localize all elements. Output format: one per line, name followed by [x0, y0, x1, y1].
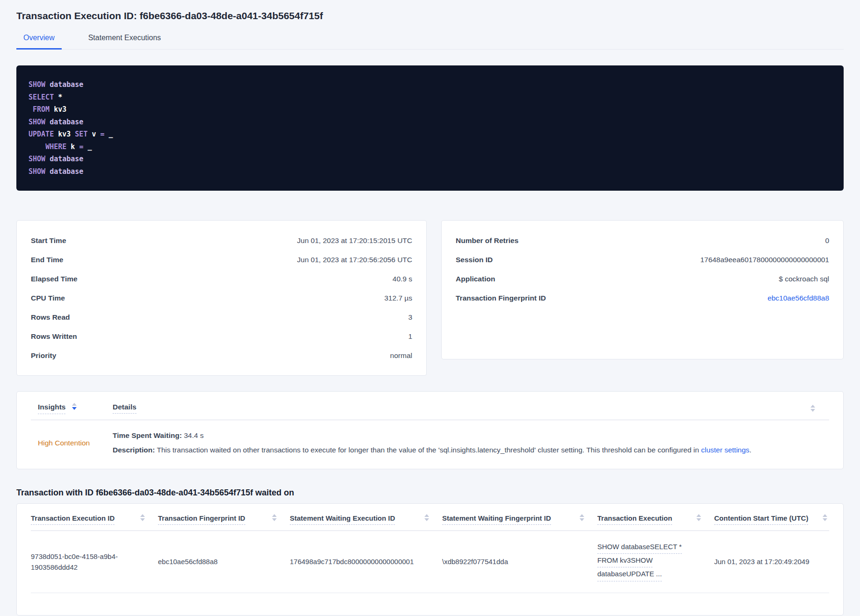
summary-row: Application$ cockroach sql — [456, 269, 829, 288]
summary-value: 1 — [408, 327, 412, 346]
insight-badge: High Contention — [31, 439, 106, 447]
sql-line: SHOW database — [29, 165, 831, 178]
cell-transaction-fingerprint-id: ebc10ae56cfd88a8 — [158, 556, 290, 567]
summary-value: 17648a9eea6017800000000000000001 — [700, 250, 829, 269]
summary-value: 3 — [408, 308, 412, 327]
summary-row: Elapsed Time40.9 s — [31, 269, 412, 288]
sort-icon[interactable] — [272, 514, 277, 521]
summary-value: 0 — [825, 231, 829, 250]
tab-bar: Overview Statement Executions — [16, 29, 844, 50]
description-text: This transaction waited on other transac… — [157, 446, 701, 454]
insight-details: Time Spent Waiting: 34.4 s Description: … — [106, 430, 829, 456]
summary-value: 40.9 s — [393, 269, 412, 288]
summary-label: Rows Written — [31, 327, 77, 346]
summary-label: Session ID — [456, 250, 493, 269]
sort-icon[interactable] — [72, 403, 77, 410]
summary-row: End TimeJun 01, 2023 at 17:20:56:2056 UT… — [31, 250, 412, 269]
sql-line: FROM kv3 — [29, 103, 831, 116]
waited-on-heading: Transaction with ID f6be6366-da03-48de-a… — [16, 488, 844, 498]
transaction-meta-card: Number of Retries0Session ID17648a9eea60… — [441, 220, 844, 359]
waiting-time-value: 34.4 s — [184, 431, 203, 439]
summary-row: Session ID17648a9eea60178000000000000000… — [456, 250, 829, 269]
waited-on-table: Transaction Execution IDTransaction Fing… — [16, 503, 844, 616]
insights-table-header: Insights Details — [31, 392, 829, 420]
summary-row: Number of Retries0 — [456, 231, 829, 250]
summary-value: Jun 01, 2023 at 17:20:56:2056 UTC — [297, 250, 412, 269]
transaction-execution-statement-link[interactable]: SHOW databaseSELECT * — [597, 541, 682, 554]
description-label: Description: — [113, 446, 155, 454]
sql-line: SHOW database — [29, 79, 831, 91]
sort-icon[interactable] — [823, 514, 827, 521]
summary-row: Transaction Fingerprint IDebc10ae56cfd88… — [456, 288, 829, 308]
summary-row: Rows Read3 — [31, 308, 412, 327]
summary-value: normal — [390, 346, 412, 365]
summary-value: Jun 01, 2023 at 17:20:15:2015 UTC — [297, 231, 412, 250]
transaction-fingerprint-link[interactable]: ebc10ae56cfd88a8 — [767, 288, 829, 308]
details-column-header[interactable]: Details — [106, 403, 829, 411]
tab-statement-executions[interactable]: Statement Executions — [81, 29, 168, 49]
transaction-details-page: Transaction Execution ID: f6be6366-da03-… — [0, 0, 860, 616]
column-header[interactable]: Transaction Execution — [597, 514, 714, 525]
summary-row: Prioritynormal — [31, 346, 412, 365]
summary-row: CPU Time312.7 µs — [31, 288, 412, 308]
sql-line: SELECT * — [29, 91, 831, 104]
cell-statement-waiting-fingerprint-id: \xdb8922f077541dda — [442, 556, 597, 567]
insight-row: High Contention Time Spent Waiting: 34.4… — [31, 420, 829, 469]
insights-column-header[interactable]: Insights — [31, 403, 106, 414]
summary-label: End Time — [31, 250, 63, 269]
page-title: Transaction Execution ID: f6be6366-da03-… — [16, 10, 844, 21]
transaction-execution-statement-link[interactable]: databaseUPDATE ... — [597, 568, 662, 581]
sql-line: WHERE k = _ — [29, 141, 831, 153]
transaction-execution-statement-link[interactable]: FROM kv3SHOW — [597, 555, 652, 567]
summary-value: $ cockroach sql — [779, 269, 829, 288]
sql-line: SHOW database — [29, 153, 831, 165]
column-header[interactable]: Statement Waiting Fingerprint ID — [442, 514, 597, 525]
column-header[interactable]: Statement Waiting Execution ID — [290, 514, 442, 525]
tab-overview[interactable]: Overview — [16, 29, 62, 50]
summary-label: Start Time — [31, 231, 66, 250]
sort-icon[interactable] — [580, 514, 584, 521]
summary-value: 312.7 µs — [384, 288, 412, 308]
sort-icon[interactable] — [810, 405, 815, 412]
sort-icon[interactable] — [140, 514, 145, 521]
sql-code-block: SHOW databaseSELECT * FROM kv3SHOW datab… — [16, 65, 844, 191]
column-header[interactable]: Transaction Execution ID — [31, 514, 158, 525]
sort-icon[interactable] — [696, 514, 701, 521]
cell-transaction-execution-link[interactable]: SHOW databaseSELECT *FROM kv3SHOWdatabas… — [597, 541, 714, 582]
summary-row: Start TimeJun 01, 2023 at 17:20:15:2015 … — [31, 231, 412, 250]
column-header[interactable]: Transaction Fingerprint ID — [158, 514, 290, 525]
summary-label: CPU Time — [31, 288, 65, 308]
summary-label: Elapsed Time — [31, 269, 78, 288]
transaction-timing-card: Start TimeJun 01, 2023 at 17:20:15:2015 … — [16, 220, 427, 376]
insights-table: Insights Details High Contention Time Sp… — [16, 391, 844, 469]
summary-label: Number of Retries — [456, 231, 518, 250]
cell-statement-waiting-execution-id: 176498a9c717bdc80000000000000001 — [290, 556, 442, 567]
sql-line: SHOW database — [29, 116, 831, 129]
cluster-settings-link[interactable]: cluster settings — [701, 446, 749, 454]
cell-transaction-execution-id: 9738d051-bc0e-4158-a9b4-1903586ddd42 — [31, 551, 158, 573]
cell-contention-start-time: Jun 01, 2023 at 17:20:49:2049 — [714, 556, 830, 567]
summary-label: Priority — [31, 346, 56, 365]
sort-icon[interactable] — [424, 514, 429, 521]
summary-label: Rows Read — [31, 308, 70, 327]
summary-cards-row: Start TimeJun 01, 2023 at 17:20:15:2015 … — [16, 220, 844, 376]
waited-on-table-row: 9738d051-bc0e-4158-a9b4-1903586ddd42 ebc… — [31, 531, 829, 593]
waited-on-table-header: Transaction Execution IDTransaction Fing… — [31, 504, 829, 531]
summary-label: Transaction Fingerprint ID — [456, 288, 546, 308]
waiting-time-label: Time Spent Waiting: — [113, 431, 182, 439]
sql-line: UPDATE kv3 SET v = _ — [29, 128, 831, 141]
column-header[interactable]: Contention Start Time (UTC) — [714, 514, 830, 525]
summary-label: Application — [456, 269, 495, 288]
summary-row: Rows Written1 — [31, 327, 412, 346]
